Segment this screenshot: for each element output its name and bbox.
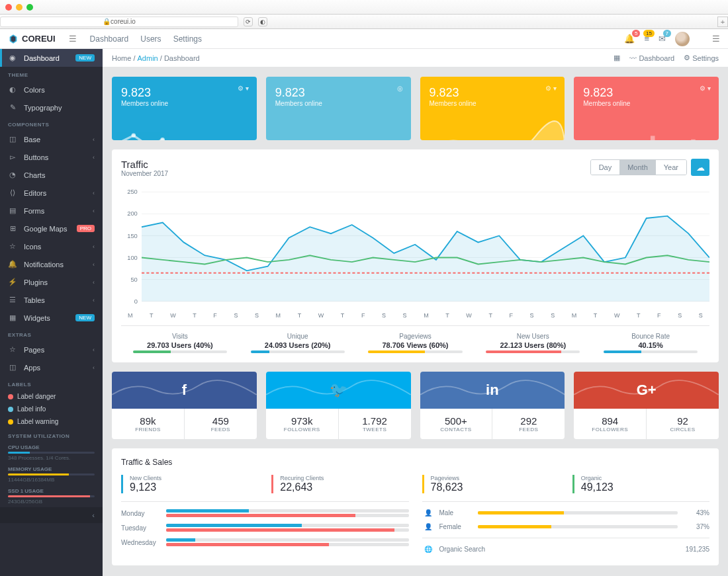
nav-users[interactable]: Users [140, 34, 161, 44]
social-stat-1: 89kFRIENDS [112, 409, 185, 439]
nav-settings[interactable]: Settings [173, 34, 202, 44]
reader-button[interactable]: ◐ [258, 17, 267, 26]
sidebar-item-charts[interactable]: ◔Charts [0, 166, 103, 184]
social-stat-2: 1.792TWEETS [339, 409, 411, 439]
card-settings-icon[interactable]: ⚙ ▾ [545, 85, 557, 92]
download-button[interactable]: ☁ [691, 159, 709, 176]
sidebar-item-label: Notifications [24, 261, 64, 268]
stat-value: 9.823 [121, 86, 248, 100]
speedometer-icon: ◉ [8, 54, 17, 62]
sidebar-item-dashboard[interactable]: ◉ Dashboard NEW [0, 49, 103, 67]
sparkline [266, 114, 411, 140]
svg-point-3 [160, 138, 165, 140]
sidebar-item-tables[interactable]: ☰Tables‹ [0, 291, 103, 309]
sidebar-item-colors[interactable]: ◐Colors [0, 81, 103, 99]
seg-day[interactable]: Day [591, 160, 620, 175]
sidebar-collapse-button[interactable]: ‹ [0, 507, 103, 523]
puzzle-icon: ◫ [8, 135, 17, 144]
nav-dashboard[interactable]: Dashboard [90, 34, 129, 44]
breadcrumb-home[interactable]: Home [112, 54, 131, 62]
sidebar-label-warning[interactable]: Label warning [0, 415, 103, 428]
x-tick: M [276, 312, 281, 319]
sidebar-label-text: Label danger [17, 393, 56, 400]
social-card-0: f 89kFRIENDS 459FEEDS [112, 372, 257, 439]
new-tab-button[interactable]: + [717, 17, 728, 27]
window-minimize-button[interactable] [16, 4, 23, 11]
x-tick: T [341, 312, 345, 319]
svg-text:100: 100 [127, 255, 138, 261]
top-navigation: COREUI ☰ Dashboard Users Settings 🔔5 ≡15… [0, 29, 728, 49]
sidebar-label-info[interactable]: Label info [0, 403, 103, 415]
brand-logo[interactable]: COREUI [8, 34, 56, 44]
seg-month[interactable]: Month [619, 160, 656, 175]
social-card-3: G+ 894FOLLOWERS 92CIRCLES [574, 372, 719, 439]
messages-icon[interactable]: ✉7 [659, 34, 666, 44]
sidebar-item-base[interactable]: ◫Base‹ [0, 130, 103, 148]
chevron-left-icon: ‹ [93, 279, 95, 286]
sidebar-item-notifications[interactable]: 🔔Notifications‹ [0, 255, 103, 273]
sidebar-label-danger[interactable]: Label danger [0, 390, 103, 403]
traffic-subtitle: November 2017 [121, 170, 168, 177]
social-header: f [112, 372, 257, 409]
sidebar-item-label: Icons [24, 243, 41, 251]
aside-toggle-icon[interactable]: ☰ [712, 34, 720, 44]
notifications-bell-icon[interactable]: 🔔5 [624, 34, 635, 44]
sidebar-item-buttons[interactable]: ▻Buttons‹ [0, 148, 103, 166]
svg-text:50: 50 [130, 276, 137, 283]
sys-memory: MEMORY USAGE11444GB/16384MB [0, 464, 103, 485]
reload-button[interactable]: ⟳ [244, 17, 253, 26]
card-settings-icon[interactable]: ⚙ ▾ [238, 85, 249, 92]
ts-day-row: Tuesday [121, 520, 409, 535]
sidebar-item-google-maps[interactable]: ⊞Google MapsPRO [0, 220, 103, 237]
sidebar-item-typography[interactable]: ✎Typography [0, 99, 103, 116]
x-tick: M [572, 312, 577, 319]
ts-metric: New Clients9,123 [121, 475, 258, 493]
ts-metric: Recuring Clients22,643 [271, 475, 408, 493]
card-settings-icon[interactable]: ⚙ ▾ [700, 85, 711, 92]
traffic-title: Traffic [121, 159, 168, 170]
x-tick: S [255, 312, 259, 319]
x-tick: W [170, 312, 176, 319]
sidebar-item-forms[interactable]: ▤Forms‹ [0, 202, 103, 220]
logo-icon [8, 34, 19, 44]
breadcrumb-action-1[interactable]: ▦ [614, 54, 620, 62]
sidebar-header-extras: EXTRAS [0, 327, 103, 341]
breadcrumb-admin[interactable]: Admin [138, 54, 158, 62]
sidebar-item-plugins[interactable]: ⚡Plugins‹ [0, 273, 103, 291]
pencil-icon: ✎ [8, 103, 17, 112]
chevron-left-icon: ‹ [93, 364, 95, 371]
social-header: G+ [574, 372, 719, 409]
seg-year[interactable]: Year [656, 160, 686, 175]
sidebar-item-widgets[interactable]: ▦WidgetsNEW [0, 309, 103, 327]
sidebar-item-label: Tables [24, 296, 45, 304]
map-icon: ⊞ [8, 224, 17, 233]
menu-toggle-icon[interactable]: ☰ [69, 34, 77, 44]
sidebar-item-pages[interactable]: ☆Pages‹ [0, 341, 103, 358]
breadcrumb-dashboard-link[interactable]: 〰 Dashboard [629, 54, 674, 62]
svg-rect-17 [651, 136, 655, 140]
window-close-button[interactable] [5, 4, 12, 11]
social-stat-1: 894FOLLOWERS [574, 409, 647, 439]
energy-icon: ⚡ [8, 278, 17, 286]
breadcrumb-settings-link[interactable]: ⚙ Settings [684, 54, 719, 62]
x-tick: F [213, 312, 217, 319]
sidebar-item-editors[interactable]: ⟨⟩Editors‹ [0, 184, 103, 202]
social-header: 🐦 [266, 372, 411, 409]
user-avatar[interactable] [675, 32, 690, 46]
dot-icon [8, 394, 13, 399]
tasks-icon[interactable]: ≡15 [644, 34, 649, 44]
x-tick: S [699, 312, 703, 319]
sidebar-label-text: Label warning [17, 418, 58, 425]
star-icon: ☆ [8, 242, 17, 251]
chevron-left-icon: ‹ [93, 347, 95, 353]
x-tick: T [193, 312, 197, 319]
sidebar-item-icons[interactable]: ☆Icons‹ [0, 237, 103, 255]
sidebar-badge-pro: PRO [77, 225, 95, 232]
window-maximize-button[interactable] [26, 4, 33, 11]
sidebar-item-apps[interactable]: ◫Apps‹ [0, 358, 103, 376]
url-bar[interactable]: 🔒 coreui.io [0, 17, 238, 27]
brand-text: COREUI [22, 34, 56, 44]
social-icon: G+ [637, 382, 657, 399]
card-settings-icon[interactable]: ◎ [397, 85, 403, 92]
pie-chart-icon: ◔ [8, 171, 17, 179]
